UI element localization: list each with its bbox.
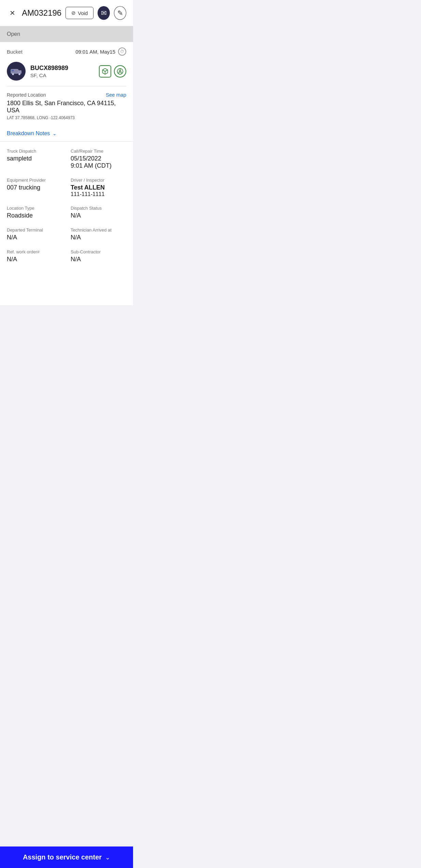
location-header: Reported Location See map (7, 92, 126, 98)
driver-inspector-name: Test ALLEN (71, 184, 126, 191)
edit-icon: ✎ (117, 9, 123, 17)
main-content: Bucket 09:01 AM, May15 ⏱ BUCX898989 SF, … (0, 42, 133, 305)
svg-point-3 (18, 73, 20, 75)
void-icon: ⊘ (71, 10, 76, 16)
details-row-1: Truck Dispatch sampletd Call/Repair Time… (7, 149, 126, 169)
package-icon[interactable] (99, 65, 111, 78)
time-row: Bucket 09:01 AM, May15 ⏱ (0, 42, 133, 58)
address-text: 1800 Ellis St, San Francisco, CA 94115, … (7, 100, 126, 114)
details-row-5: Ref. work order# N/A Sub-Contractor N/A (7, 249, 126, 263)
bucket-field-label: Bucket (7, 49, 23, 55)
call-repair-time: 9:01 AM (CDT) (71, 162, 126, 169)
ref-work-order-label: Ref. work order# (7, 249, 62, 254)
sub-contractor-item: Sub-Contractor N/A (71, 249, 126, 263)
breakdown-notes-row[interactable]: Breakdown Notes ⌄ (0, 126, 133, 141)
reported-location-label: Reported Location (7, 92, 46, 98)
breakdown-notes-label: Breakdown Notes (7, 130, 50, 137)
steering-wheel-icon[interactable] (114, 65, 126, 78)
svg-line-11 (121, 72, 122, 73)
driver-inspector-phone: 111-111-1111 (71, 191, 126, 197)
bucket-action-icons (99, 65, 126, 78)
bucket-location: SF, CA (30, 72, 94, 78)
dispatch-status-label: Dispatch Status (71, 206, 126, 211)
sub-contractor-label: Sub-Contractor (71, 249, 126, 254)
chat-button[interactable]: ✉ (98, 6, 110, 20)
svg-line-10 (118, 72, 119, 73)
call-repair-item: Call/Repair Time 05/15/2022 9:01 AM (CDT… (71, 149, 126, 169)
technician-arrived-label: Technician Arrived at (71, 227, 126, 233)
departed-terminal-item: Departed Terminal N/A (7, 227, 62, 241)
time-text: 09:01 AM, May15 (75, 49, 115, 55)
location-section: Reported Location See map 1800 Ellis St,… (0, 86, 133, 126)
truck-dispatch-label: Truck Dispatch (7, 149, 62, 154)
technician-arrived-value: N/A (71, 234, 126, 241)
dispatch-status-value: N/A (71, 212, 126, 219)
equipment-provider-value: 007 trucking (7, 184, 62, 191)
driver-inspector-label: Driver / Inspector (71, 178, 126, 183)
ref-work-order-item: Ref. work order# N/A (7, 249, 62, 263)
call-repair-date: 05/15/2022 (71, 155, 126, 162)
status-bar: Open (0, 26, 133, 42)
call-repair-label: Call/Repair Time (71, 149, 126, 154)
truck-dispatch-value: sampletd (7, 155, 62, 162)
location-type-item: Location Type Roadside (7, 206, 62, 219)
coords-text: LAT 37.785868, LONG -122.4064973 (7, 115, 126, 120)
details-row-2: Equipment Provider 007 trucking Driver /… (7, 178, 126, 197)
location-type-label: Location Type (7, 206, 62, 211)
departed-terminal-label: Departed Terminal (7, 227, 62, 233)
close-button[interactable]: ✕ (7, 7, 18, 19)
driver-inspector-item: Driver / Inspector Test ALLEN 111-111-11… (71, 178, 126, 197)
svg-point-2 (12, 73, 14, 75)
see-map-link[interactable]: See map (106, 92, 126, 98)
chat-icon: ✉ (101, 9, 107, 17)
bottom-spacer (0, 278, 133, 305)
clock-icon: ⏱ (118, 47, 126, 56)
svg-point-8 (119, 70, 121, 72)
location-type-value: Roadside (7, 212, 62, 219)
ref-work-order-value: N/A (7, 256, 62, 263)
header: ✕ AM032196 ⊘ Void ✉ ✎ (0, 0, 133, 26)
truck-dispatch-item: Truck Dispatch sampletd (7, 149, 62, 169)
dispatch-status-item: Dispatch Status N/A (71, 206, 126, 219)
bucket-id: BUCX898989 (30, 65, 94, 72)
details-row-4: Departed Terminal N/A Technician Arrived… (7, 227, 126, 241)
bucket-avatar (7, 62, 26, 81)
bucket-info: BUCX898989 SF, CA (30, 65, 94, 78)
sub-contractor-value: N/A (71, 256, 126, 263)
status-label: Open (7, 31, 20, 37)
details-row-3: Location Type Roadside Dispatch Status N… (7, 206, 126, 219)
departed-terminal-value: N/A (7, 234, 62, 241)
edit-button[interactable]: ✎ (114, 6, 126, 20)
void-button[interactable]: ⊘ Void (66, 7, 93, 19)
bucket-row: BUCX898989 SF, CA (0, 58, 133, 86)
time-value: 09:01 AM, May15 ⏱ (75, 47, 126, 56)
svg-rect-4 (11, 70, 14, 71)
equipment-provider-item: Equipment Provider 007 trucking (7, 178, 62, 197)
technician-arrived-item: Technician Arrived at N/A (71, 227, 126, 241)
equipment-provider-label: Equipment Provider (7, 178, 62, 183)
details-section: Truck Dispatch sampletd Call/Repair Time… (0, 142, 133, 278)
page-title: AM032196 (22, 8, 61, 18)
breakdown-notes-chevron-icon: ⌄ (53, 131, 57, 136)
